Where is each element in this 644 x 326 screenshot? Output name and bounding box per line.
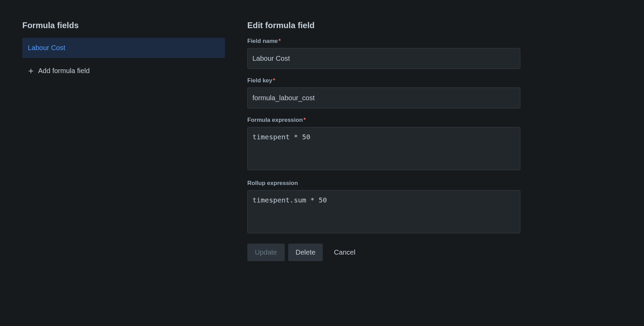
delete-button[interactable]: Delete <box>288 244 323 261</box>
formula-expression-input[interactable] <box>247 127 520 170</box>
field-key-input[interactable] <box>247 88 520 108</box>
update-button[interactable]: Update <box>247 244 285 261</box>
button-row: Update Delete Cancel <box>247 244 520 261</box>
cancel-button[interactable]: Cancel <box>326 244 363 261</box>
field-name-label: Field name* <box>247 38 520 45</box>
rollup-expression-group: Rollup expression <box>247 180 520 235</box>
required-asterisk: * <box>273 77 275 84</box>
rollup-expression-label: Rollup expression <box>247 180 520 187</box>
rollup-expression-input[interactable] <box>247 190 520 233</box>
sidebar: Formula fields Labour Cost Add formula f… <box>22 21 225 261</box>
field-key-group: Field key* <box>247 77 520 108</box>
required-asterisk: * <box>279 38 281 44</box>
field-list: Labour Cost <box>22 38 225 58</box>
field-name-group: Field name* <box>247 38 520 69</box>
add-formula-field-button[interactable]: Add formula field <box>22 61 225 80</box>
field-key-label: Field key* <box>247 77 520 84</box>
editor-panel: Edit formula field Field name* Field key… <box>247 21 520 261</box>
required-asterisk: * <box>304 117 306 123</box>
editor-title: Edit formula field <box>247 21 520 30</box>
sidebar-title: Formula fields <box>22 21 225 30</box>
add-formula-field-label: Add formula field <box>38 67 90 75</box>
formula-expression-group: Formula expression* <box>247 117 520 172</box>
field-item-labour-cost[interactable]: Labour Cost <box>22 38 225 58</box>
plus-icon <box>27 67 35 75</box>
field-name-input[interactable] <box>247 48 520 69</box>
formula-expression-label: Formula expression* <box>247 117 520 124</box>
